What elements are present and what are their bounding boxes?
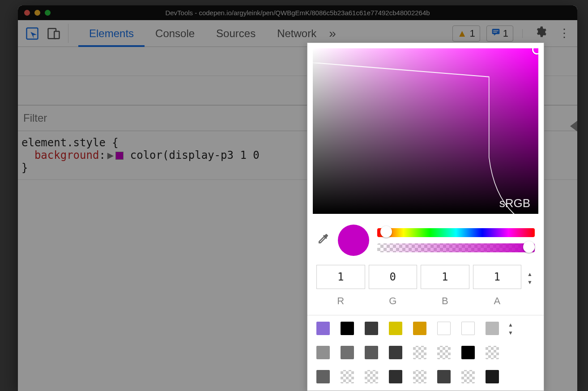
style-selector: element.style	[21, 136, 106, 149]
palette-swatch[interactable]	[486, 370, 499, 383]
palette-swatch[interactable]	[365, 370, 378, 383]
palette-grid	[316, 322, 499, 383]
settings-icon[interactable]	[532, 26, 550, 41]
svg-rect-3	[492, 29, 499, 34]
sv-handle[interactable]	[532, 48, 538, 55]
tab-sources[interactable]: Sources	[214, 21, 257, 46]
color-mode-stepper[interactable]: ▲ ▼	[525, 271, 535, 285]
tab-elements[interactable]: Elements	[87, 21, 136, 46]
palette-swatch[interactable]	[316, 346, 330, 359]
palette-swatch[interactable]	[316, 322, 330, 335]
palette-swatch[interactable]	[316, 370, 330, 383]
channel-a-label: A	[473, 295, 522, 307]
style-property[interactable]: background	[34, 149, 99, 162]
channel-r-input[interactable]	[316, 265, 365, 289]
palette-swatch[interactable]	[389, 346, 402, 359]
gamut-label: sRGB	[499, 196, 530, 210]
eyedropper-icon[interactable]	[316, 232, 330, 249]
window-title: DevTools - codepen.io/argyleink/pen/QWBg…	[18, 9, 577, 17]
title-bar: DevTools - codepen.io/argyleink/pen/QWBg…	[18, 5, 577, 20]
palette-swatch[interactable]	[389, 370, 402, 383]
palette-swatch[interactable]	[389, 322, 402, 335]
palette-swatch[interactable]	[341, 322, 354, 335]
color-swatch[interactable]	[115, 152, 124, 160]
palette-swatch[interactable]	[341, 346, 354, 359]
close-window-button[interactable]	[24, 10, 30, 16]
device-toolbar-icon[interactable]	[46, 26, 62, 42]
more-options-icon[interactable]: ⋮	[556, 26, 573, 40]
message-icon	[491, 28, 500, 39]
inspect-element-icon[interactable]	[24, 26, 40, 42]
channel-b-label: B	[421, 295, 469, 307]
tab-console[interactable]: Console	[153, 21, 196, 46]
expand-shorthand-icon[interactable]: ▶	[107, 149, 114, 162]
palette-stepper[interactable]: ▲ ▼	[508, 322, 513, 336]
palette-swatch[interactable]	[413, 346, 426, 359]
palette-swatch[interactable]	[461, 346, 475, 359]
saturation-value-field[interactable]: sRGB	[313, 48, 538, 214]
window-controls	[18, 10, 51, 16]
hue-slider[interactable]	[377, 228, 535, 237]
palette-swatch[interactable]	[437, 322, 451, 335]
chevron-up-icon: ▲	[525, 271, 535, 277]
palette-swatch[interactable]	[413, 322, 426, 335]
palette-swatch[interactable]	[437, 346, 451, 359]
palette-swatch[interactable]	[365, 322, 378, 335]
chevron-down-icon: ▼	[525, 279, 535, 285]
alpha-thumb[interactable]	[523, 241, 535, 253]
palette-swatch[interactable]	[461, 370, 475, 383]
gamut-boundary-line	[313, 63, 538, 214]
channel-g-label: G	[369, 295, 418, 307]
palette-swatch[interactable]	[365, 346, 378, 359]
palette-swatch[interactable]	[486, 322, 499, 335]
palette-swatch[interactable]	[461, 322, 475, 335]
messages-badge[interactable]: 1	[486, 26, 513, 42]
alpha-slider[interactable]	[377, 243, 535, 252]
channel-r-label: R	[316, 295, 365, 307]
current-color-preview	[338, 225, 369, 256]
warnings-count: 1	[470, 28, 475, 39]
messages-count: 1	[503, 28, 508, 39]
svg-rect-2	[54, 31, 59, 38]
channel-g-input[interactable]	[369, 265, 418, 289]
svg-rect-5	[493, 32, 497, 33]
style-value[interactable]: color(display-p3 1 0	[130, 149, 260, 162]
minimize-window-button[interactable]	[34, 10, 40, 16]
warnings-badge[interactable]: ▲ 1	[452, 26, 480, 42]
palette-swatch[interactable]	[486, 346, 499, 359]
chevron-up-icon: ▲	[508, 322, 513, 328]
chevron-down-icon: ▼	[508, 330, 513, 336]
palette-swatch[interactable]	[437, 370, 451, 383]
channel-b-input[interactable]	[421, 265, 469, 289]
color-picker: sRGB R G B	[307, 42, 544, 391]
palette-swatch[interactable]	[413, 370, 426, 383]
svg-rect-4	[493, 30, 499, 31]
palette-swatch[interactable]	[341, 370, 354, 383]
hue-thumb[interactable]	[380, 226, 392, 238]
more-tabs-icon[interactable]: »	[329, 26, 336, 41]
channel-a-input[interactable]	[473, 265, 522, 289]
warning-icon: ▲	[457, 28, 467, 39]
maximize-window-button[interactable]	[45, 10, 51, 16]
